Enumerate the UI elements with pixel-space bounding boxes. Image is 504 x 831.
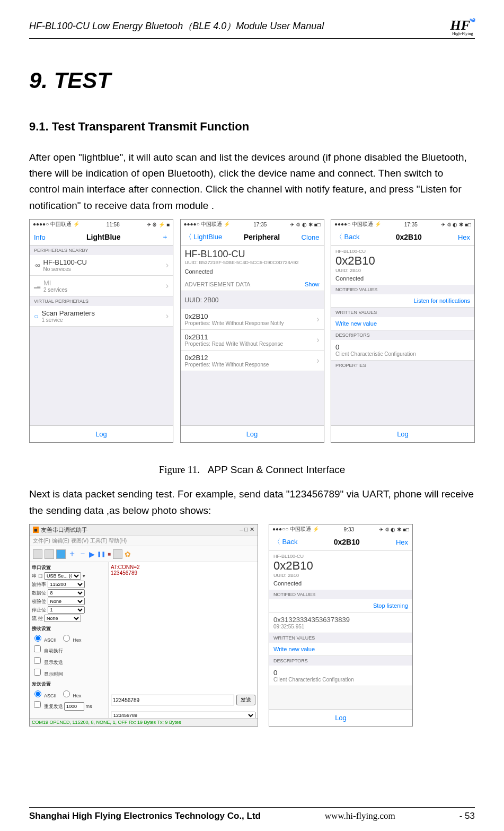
repeat-ms-input[interactable]: [64, 702, 84, 711]
virtual-row-scan-params[interactable]: ○ Scan Parameters1 service ›: [30, 306, 173, 327]
back-button[interactable]: 〈 Back: [273, 537, 298, 547]
plus-icon[interactable]: ＋: [68, 548, 76, 559]
characteristic-row-2b10[interactable]: 0x2B10Properties: Write Without Response…: [181, 309, 324, 330]
device-row-hfbl100[interactable]: -60 HF-BL100-CUNo services ›: [30, 255, 173, 276]
flow-select[interactable]: None: [44, 615, 81, 622]
settings-panel: 串口设置 串 口 USB Se... (COM19) ▾ 波特率 115200 …: [30, 562, 109, 721]
figure-11-screens: ●●●●○ 中国联通 ⚡11:58✈ ⚙ ⚡ ■ Info LightBlue …: [29, 219, 475, 443]
show-send-checkbox[interactable]: [34, 657, 41, 664]
statusbar: ●●●●○ 中国联通 ⚡17:35✈ ⚙ ◐ ✱ ■□: [181, 220, 324, 229]
properties-header: PROPERTIES: [331, 361, 474, 370]
chevron-right-icon: ›: [166, 311, 169, 321]
back-button[interactable]: 〈 LightBlue: [185, 232, 223, 242]
window-controls[interactable]: – □ ✕: [240, 526, 254, 534]
characteristic-row-2b12[interactable]: 0x2B12Properties: Write Without Response…: [181, 351, 324, 371]
footer-page-number: - 53: [459, 811, 475, 821]
recv-ascii-radio[interactable]: [34, 635, 41, 642]
chevron-right-icon: ›: [316, 356, 319, 365]
characteristic-row-2b11[interactable]: 0x2B11Properties: Read Write Without Res…: [181, 330, 324, 351]
navbar: Info LightBlue ＋: [30, 229, 173, 246]
show-button[interactable]: Show: [305, 281, 320, 287]
toolbar[interactable]: ＋ － ▶ ❚❚ ■ ✿: [30, 546, 258, 562]
navbar: 〈 LightBlue Peripheral Clone: [181, 229, 324, 246]
hex-button[interactable]: Hex: [458, 233, 470, 241]
serial-debug-tool-window: ■友善串口调试助手 – □ ✕ 文件(F) 编辑(E) 视图(V) 工具(T) …: [29, 524, 258, 727]
signal-icon: ▂▃: [34, 284, 40, 288]
databits-select[interactable]: 8: [48, 589, 85, 597]
navbar: 〈 Back 0x2B10 Hex: [331, 229, 474, 246]
send-input[interactable]: [111, 695, 234, 705]
statusbar: ●●●●○ 中国联通 ⚡11:58✈ ⚙ ⚡ ■: [30, 220, 173, 229]
log-button[interactable]: Log: [331, 425, 474, 442]
figure-bottom-row: ■友善串口调试助手 – □ ✕ 文件(F) 编辑(E) 视图(V) 工具(T) …: [29, 524, 475, 727]
footer-company: Shanghai High Flying Electronics Technol…: [29, 811, 261, 821]
connection-status: Connected: [335, 275, 470, 282]
stop-listening-button[interactable]: Stop listening: [269, 599, 412, 613]
port-select[interactable]: USB Se... (COM19): [44, 572, 81, 580]
advertisement-data-row[interactable]: ADVERTISEMENT DATA Show: [181, 278, 324, 291]
subsection-heading: 9.1. Test Transparent Transmit Function: [29, 120, 475, 134]
gear-icon[interactable]: ✿: [125, 550, 131, 558]
statusbar: ●●●○○ 中国联通 ⚡9:33✈ ⚙ ◐ ✱ ■□: [269, 524, 412, 534]
open-icon[interactable]: [45, 549, 54, 559]
connection-status: Connected: [273, 580, 408, 587]
phone-screen-received-data: ●●●○○ 中国联通 ⚡9:33✈ ⚙ ◐ ✱ ■□ 〈 Back 0x2B10…: [269, 524, 413, 727]
play-icon[interactable]: ▶: [89, 550, 95, 558]
recv-hex-radio[interactable]: [63, 635, 70, 642]
output-line: AT:CONN=2: [111, 564, 255, 570]
log-button[interactable]: Log: [269, 709, 412, 726]
peripherals-nearby-header: Peripherals Nearby: [30, 246, 173, 255]
send-button[interactable]: 发送: [236, 695, 255, 705]
send-hex-radio[interactable]: [63, 690, 70, 697]
nav-info-button[interactable]: Info: [34, 233, 46, 241]
pause-icon[interactable]: ❚❚: [97, 551, 105, 557]
window-titlebar: ■友善串口调试助手 – □ ✕: [30, 524, 258, 536]
stop-icon[interactable]: ■: [108, 551, 111, 557]
minus-icon[interactable]: －: [78, 548, 87, 559]
chevron-right-icon: ›: [316, 335, 319, 345]
logo-subtext: High-Flying: [450, 31, 475, 36]
send-ascii-radio[interactable]: [34, 690, 41, 697]
characteristic-id: 0x2B10: [335, 254, 470, 268]
paragraph-1: After open "lightblue", it will auto sca…: [29, 150, 475, 214]
hf-logo: HF༄ High-Flying: [450, 16, 475, 36]
parity-select[interactable]: None: [48, 598, 85, 605]
descriptors-header: DESCRIPTORS: [331, 330, 474, 340]
paragraph-2: Next is data packet sending test. For ex…: [29, 486, 475, 519]
write-new-value-button[interactable]: Write new value: [331, 317, 474, 330]
device-row-mi[interactable]: ▂▃ MI2 services ›: [30, 276, 173, 296]
statusbar: ●●●●○ 中国联通 ⚡17:35✈ ⚙ ◐ ✱ ■□: [331, 220, 474, 229]
repeat-send-checkbox[interactable]: [34, 701, 41, 708]
characteristic-uuid: UUID: 2B10: [335, 268, 470, 273]
phone-screen-lightblue-scan: ●●●●○ 中国联通 ⚡11:58✈ ⚙ ⚡ ■ Info LightBlue …: [29, 219, 173, 443]
descriptor-row: 0Client Characteristic Configuration: [331, 340, 474, 361]
clear-icon[interactable]: [113, 549, 122, 559]
add-button[interactable]: ＋: [162, 232, 169, 242]
show-time-checkbox[interactable]: [34, 669, 41, 676]
device-uuid: UUID: B53721BF-50BE-5C4D-5CC6-D90C0D728A…: [185, 260, 320, 265]
output-panel: AT:CONN=2 123456789 发送 123456789: [109, 562, 258, 721]
hex-button[interactable]: Hex: [396, 538, 408, 546]
clone-button[interactable]: Clone: [302, 233, 320, 241]
footer-website: www.hi-flying.com: [325, 811, 395, 821]
save-icon[interactable]: [33, 549, 42, 559]
write-new-value-button[interactable]: Write new value: [269, 643, 412, 656]
auto-newline-checkbox[interactable]: [34, 645, 41, 652]
back-button[interactable]: 〈 Back: [335, 232, 360, 242]
device-name: HF-BL100-CU: [185, 249, 320, 260]
listen-notifications-button[interactable]: Listen for notifications: [331, 294, 474, 308]
log-button[interactable]: Log: [30, 425, 173, 442]
nav-title: Peripheral: [244, 233, 280, 241]
signal-icon: -60: [34, 263, 40, 268]
menu-bar[interactable]: 文件(F) 编辑(E) 视图(V) 工具(T) 帮助(H): [30, 536, 258, 546]
characteristic-id: 0x2B10: [273, 559, 408, 573]
header-bar: HF-BL100-CU Low Energy Bluetooh（BLE 4.0）…: [29, 16, 475, 39]
stopbits-select[interactable]: 1: [48, 606, 85, 614]
notified-values-header: NOTIFIED VALUES: [269, 590, 412, 599]
disk-icon[interactable]: [56, 549, 66, 559]
chevron-right-icon: ›: [166, 260, 169, 270]
device-name: HF-BL100-CU: [273, 554, 408, 559]
baud-select[interactable]: 115200: [48, 581, 85, 588]
page-footer: Shanghai High Flying Electronics Technol…: [29, 807, 475, 821]
log-button[interactable]: Log: [181, 425, 324, 442]
